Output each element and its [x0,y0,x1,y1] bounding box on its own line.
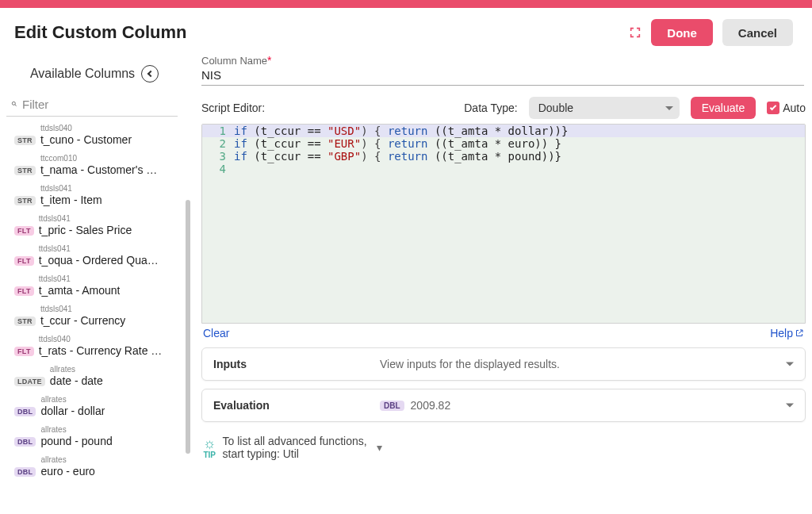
code-line[interactable]: 4 [202,163,805,175]
column-source: ttdsls040 [39,336,163,343]
cancel-button[interactable]: Cancel [722,19,793,46]
top-accent-bar [0,0,812,8]
chevron-down-icon[interactable] [786,404,794,408]
tip-text: To list all advanced functions, start ty… [223,435,367,460]
auto-evaluate-toggle[interactable]: Auto [767,102,806,114]
tip-line-2: start typing: Util [223,447,367,460]
column-list-item[interactable]: STRttdsls040t_cuno - Customer [6,121,178,152]
column-list-item[interactable]: FLTttdsls041t_pric - Sales Price [6,212,178,242]
column-label: t_nama - Customer's … [40,163,157,176]
page-header: Edit Custom Column Done Cancel [0,8,812,54]
evaluation-value: 2009.82 [411,399,451,412]
column-source: ttdsls040 [40,125,132,132]
type-badge: DBL [14,407,36,416]
column-label: t_ccur - Currency [40,314,125,327]
type-badge: STR [14,166,36,175]
editor-toolbar: Script Editor: Data Type: Double Evaluat… [201,86,806,124]
code-line[interactable]: 3if (t_ccur == "GBP") { return ((t_amta … [202,150,805,163]
column-label: t_item - Item [40,194,102,206]
svg-line-1 [15,105,17,106]
column-list-item[interactable]: STRttccom010t_nama - Customer's … [6,152,178,182]
script-editor[interactable]: 1if (t_ccur == "USD") { return ((t_amta … [201,124,806,324]
column-label: t_pric - Sales Price [39,224,132,236]
column-list-item[interactable]: DBLallrateseuro - euro [6,453,178,483]
done-button[interactable]: Done [651,19,713,46]
column-source: allrates [40,426,112,434]
evaluation-panel[interactable]: Evaluation DBL 2009.82 [201,389,806,422]
column-list-item[interactable]: FLTttdsls041t_oqua - Ordered Qua… [6,242,178,272]
column-source: allrates [40,456,94,464]
type-badge: STR [14,316,36,326]
header-actions: Done Cancel [629,19,793,46]
inputs-panel[interactable]: Inputs View inputs for the displayed res… [201,347,806,381]
auto-label: Auto [783,102,806,114]
data-type-label: Data Type: [464,102,517,114]
type-badge: DBL [14,437,36,447]
column-name-input[interactable]: NIS [201,67,804,82]
type-badge: FLT [14,226,34,236]
chevron-down-icon[interactable] [786,362,794,366]
help-link[interactable]: Help [770,327,804,339]
chevron-down-icon [665,106,673,110]
chevron-down-icon[interactable]: ▾ [377,441,382,454]
column-list-item[interactable]: DBLallratesdollar - dollar [6,393,178,423]
column-label: euro - euro [40,465,94,478]
data-type-value: Double [538,102,573,114]
search-icon [11,97,17,111]
code-content: if (t_ccur == "USD") { return ((t_amta *… [234,125,568,137]
type-badge: DBL [14,467,36,477]
editor-panel: Column Name* NIS Script Editor: Data Typ… [190,54,812,512]
evaluation-panel-title: Evaluation [213,399,380,412]
filter-row [6,92,178,117]
type-badge: FLT [14,347,34,356]
column-label: t_oqua - Ordered Qua… [39,254,159,267]
column-label: date - date [50,374,103,387]
column-list-item[interactable]: DBLallratespound - pound [6,423,178,453]
tip-row: ☼ TIP To list all advanced functions, st… [201,430,806,460]
line-number: 4 [202,163,234,175]
code-content: if (t_ccur == "GBP") { return ((t_amta *… [234,150,561,163]
line-number: 2 [202,137,234,150]
column-list: STRttdsls040t_cuno - CustomerSTRttccom01… [6,117,190,483]
evaluate-button[interactable]: Evaluate [691,97,756,119]
column-label: pound - pound [40,435,112,447]
line-number: 3 [202,150,234,163]
lightbulb-icon: ☼ [203,436,216,451]
column-list-item[interactable]: LDATEallratesdate - date [6,362,178,393]
filter-input[interactable] [22,98,173,111]
column-list-item[interactable]: STRttdsls041t_item - Item [6,182,178,212]
column-source: allrates [50,366,103,374]
code-content: if (t_ccur == "EUR") { return ((t_amta *… [234,137,561,150]
external-link-icon [795,328,804,338]
tip-icon: ☼ TIP [203,436,216,459]
column-label: t_cuno - Customer [40,133,132,146]
script-editor-label: Script Editor: [201,102,265,114]
column-name-field: Column Name* NIS [201,54,804,86]
chevron-left-icon [147,71,154,77]
clear-link[interactable]: Clear [203,327,229,339]
page-title: Edit Custom Column [14,22,187,43]
type-badge: STR [14,136,36,145]
editor-footer: Clear Help [201,324,806,347]
inputs-panel-hint: View inputs for the displayed results. [380,358,794,370]
left-scrollbar[interactable] [186,200,190,454]
fullscreen-icon[interactable] [629,26,642,39]
line-number: 1 [202,125,234,137]
column-list-item[interactable]: FLTttdsls041t_amta - Amount [6,272,178,302]
collapse-left-panel-button[interactable] [141,65,159,82]
column-list-item[interactable]: STRttdsls041t_ccur - Currency [6,302,178,332]
column-source: ttdsls041 [40,305,125,313]
tip-line-1: To list all advanced functions, [223,435,367,447]
column-list-item[interactable]: FLTttdsls040t_rats - Currency Rate … [6,332,178,362]
column-source: ttdsls041 [39,275,121,283]
column-label: dollar - dollar [40,405,105,417]
type-badge: FLT [14,286,34,296]
code-line[interactable]: 1if (t_ccur == "USD") { return ((t_amta … [202,125,805,137]
column-source: ttdsls041 [39,245,159,253]
data-type-select[interactable]: Double [529,97,680,119]
code-line[interactable]: 2if (t_ccur == "EUR") { return ((t_amta … [202,137,805,150]
main-content: Available Columns STRttdsls040t_cuno - C… [0,54,812,512]
column-label: t_amta - Amount [39,284,121,297]
column-label: t_rats - Currency Rate … [39,344,163,357]
available-columns-panel: Available Columns STRttdsls040t_cuno - C… [0,54,190,512]
